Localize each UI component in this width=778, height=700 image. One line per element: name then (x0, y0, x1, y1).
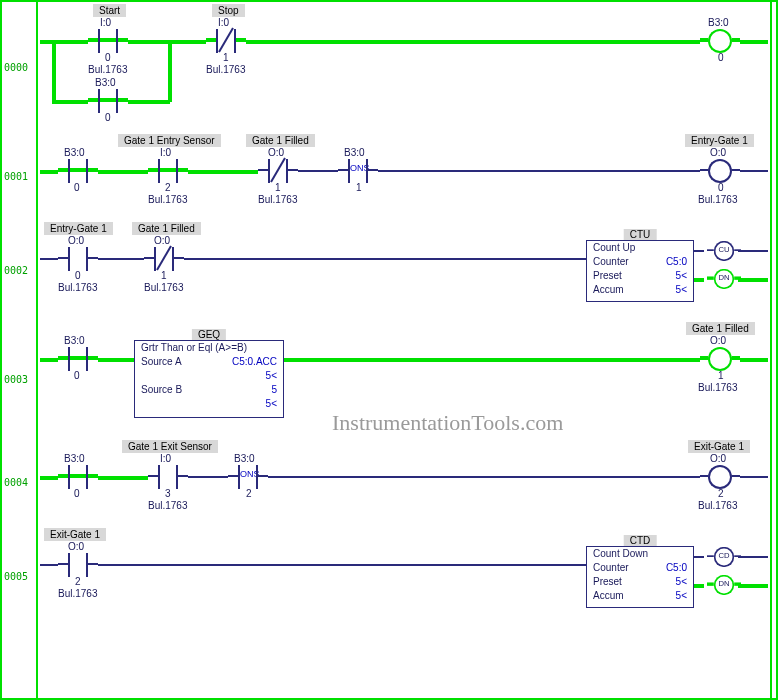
rung-number: 0000 (4, 62, 28, 73)
xic-entry-gate-1 (58, 247, 98, 271)
xic-gate1-exit-sensor (148, 465, 188, 489)
label: Entry-Gate 1 (44, 222, 113, 235)
left-power-rail (2, 2, 38, 698)
bit: 2 (718, 488, 724, 499)
bul: Bul.1763 (148, 194, 187, 205)
bit: 1 (161, 270, 167, 281)
addr: I:0 (160, 147, 171, 158)
label: Exit-Gate 1 (688, 440, 750, 453)
ote-gate1-filled (700, 347, 740, 371)
rung-number: 0003 (4, 374, 28, 385)
bit: 2 (165, 182, 171, 193)
bul: Bul.1763 (148, 500, 187, 511)
watermark-text: InstrumentationTools.com (332, 410, 563, 436)
bit: 0 (718, 182, 724, 193)
addr: O:0 (68, 235, 84, 246)
bul: Bul.1763 (88, 64, 127, 75)
xic-b3-0 (58, 465, 98, 489)
bit: 0 (105, 52, 111, 63)
addr: B3:0 (95, 77, 116, 88)
ctd-cd-coil: CD (707, 547, 741, 567)
rung-number: 0002 (4, 265, 28, 276)
addr: O:0 (268, 147, 284, 158)
label: Exit-Gate 1 (44, 528, 106, 541)
bit: 2 (75, 576, 81, 587)
rung-number: 0005 (4, 571, 28, 582)
addr: O:0 (710, 453, 726, 464)
addr: I:0 (218, 17, 229, 28)
bit: 1 (275, 182, 281, 193)
rungs-container: 0000 Start I:0 0 Bul.1763 Stop I:0 1 Bul… (40, 2, 768, 626)
bul: Bul.1763 (58, 588, 97, 599)
bit: 0 (74, 182, 80, 193)
xic-latch-b3-0 (88, 89, 128, 113)
addr: I:0 (160, 453, 171, 464)
bit: 3 (165, 488, 171, 499)
ote-exit-gate-1 (700, 465, 740, 489)
bit: 0 (74, 488, 80, 499)
ote-entry-gate-1 (700, 159, 740, 183)
bit: 0 (718, 52, 724, 63)
bul: Bul.1763 (698, 382, 737, 393)
ons-instruction: ONS (228, 465, 268, 489)
xio-gate1-filled (258, 159, 298, 183)
label: Start (93, 4, 126, 17)
xic-start (88, 29, 128, 53)
bul: Bul.1763 (206, 64, 245, 75)
rung-0001[interactable]: 0001 B3:0 0 Gate 1 Entry Sensor I:0 2 Bu… (40, 132, 768, 220)
rung-0000[interactable]: 0000 Start I:0 0 Bul.1763 Stop I:0 1 Bul… (40, 2, 768, 132)
addr: B3:0 (234, 453, 255, 464)
bit: 0 (75, 270, 81, 281)
bul: Bul.1763 (698, 194, 737, 205)
label: Entry-Gate 1 (685, 134, 754, 147)
bit: 0 (105, 112, 111, 123)
bit: 1 (718, 370, 724, 381)
ctd-block: CTD Count Down CounterC5:0 Preset5< Accu… (586, 546, 694, 608)
addr: B3:0 (64, 335, 85, 346)
xic-exit-gate-1 (58, 553, 98, 577)
bit: 0 (74, 370, 80, 381)
bit: 1 (356, 182, 362, 193)
ons-instruction: ONS (338, 159, 378, 183)
addr: O:0 (154, 235, 170, 246)
ctd-title: CTD (624, 535, 657, 546)
bit: 1 (223, 52, 229, 63)
rung-0005[interactable]: 0005 Exit-Gate 1 O:0 2 Bul.1763 CTD Coun… (40, 526, 768, 626)
addr: B3:0 (64, 147, 85, 158)
rung-number: 0001 (4, 171, 28, 182)
bul: Bul.1763 (698, 500, 737, 511)
ctu-title: CTU (624, 229, 657, 240)
xic-b3-0 (58, 159, 98, 183)
rung-0004[interactable]: 0004 B3:0 0 Gate 1 Exit Sensor I:0 3 Bul… (40, 438, 768, 526)
ctu-block: CTU Count Up CounterC5:0 Preset5< Accum5… (586, 240, 694, 302)
addr: O:0 (710, 147, 726, 158)
bul: Bul.1763 (58, 282, 97, 293)
geq-title: GEQ (192, 329, 226, 340)
rung-number: 0004 (4, 477, 28, 488)
rung-0002[interactable]: 0002 Entry-Gate 1 O:0 0 Bul.1763 Gate 1 … (40, 220, 768, 320)
geq-block: GEQ Grtr Than or Eql (A>=B) Source AC5:0… (134, 340, 284, 418)
ladder-diagram: 0000 Start I:0 0 Bul.1763 Stop I:0 1 Bul… (0, 0, 778, 700)
label: Gate 1 Filled (686, 322, 755, 335)
right-power-rail (770, 2, 776, 698)
addr: O:0 (68, 541, 84, 552)
label: Gate 1 Entry Sensor (118, 134, 221, 147)
addr: B3:0 (344, 147, 365, 158)
ctu-dn-coil: DN (707, 269, 741, 289)
ctu-cu-coil: CU (707, 241, 741, 261)
addr: O:0 (710, 335, 726, 346)
bul: Bul.1763 (258, 194, 297, 205)
addr: B3:0 (708, 17, 729, 28)
xic-b3-0 (58, 347, 98, 371)
bit: 2 (246, 488, 252, 499)
addr: I:0 (100, 17, 111, 28)
xic-gate1-entry-sensor (148, 159, 188, 183)
ote-b3-0 (700, 29, 740, 53)
label: Gate 1 Filled (132, 222, 201, 235)
xio-stop (206, 29, 246, 53)
label: Stop (212, 4, 245, 17)
label: Gate 1 Filled (246, 134, 315, 147)
ctd-dn-coil: DN (707, 575, 741, 595)
bul: Bul.1763 (144, 282, 183, 293)
xio-gate1-filled (144, 247, 184, 271)
